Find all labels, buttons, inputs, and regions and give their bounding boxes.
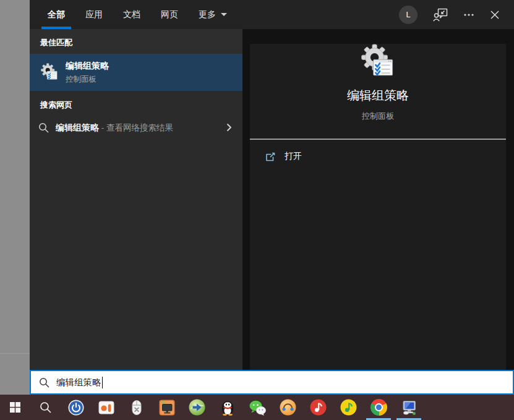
taskbar bbox=[0, 395, 514, 420]
search-icon bbox=[38, 122, 49, 133]
result-title: 编辑组策略 bbox=[66, 61, 109, 72]
taskbar-power-manager[interactable] bbox=[61, 395, 91, 420]
preview-subtitle: 控制面板 bbox=[250, 111, 506, 122]
text-caret bbox=[102, 377, 103, 388]
feedback-icon[interactable] bbox=[433, 8, 448, 22]
tab-apps-label: 应用 bbox=[85, 9, 103, 20]
group-policy-icon bbox=[40, 63, 59, 82]
chrome-icon bbox=[371, 399, 387, 416]
taskbar-qq[interactable] bbox=[212, 395, 242, 420]
netease-music-icon bbox=[310, 399, 327, 416]
tab-documents[interactable]: 文档 bbox=[117, 0, 147, 29]
topbar-controls: L bbox=[399, 0, 514, 29]
tab-more-label: 更多 bbox=[199, 9, 216, 20]
mouse-utility-icon bbox=[129, 400, 145, 416]
open-action[interactable]: 打开 bbox=[250, 140, 506, 162]
search-icon bbox=[39, 377, 49, 388]
taskbar-music-player[interactable] bbox=[273, 395, 303, 420]
taskbar-chrome[interactable] bbox=[364, 395, 394, 420]
taskbar-qq-music[interactable] bbox=[333, 395, 364, 420]
web-result-query: 编辑组策略 bbox=[56, 122, 99, 132]
chevron-right-icon bbox=[224, 122, 234, 132]
search-flyout: 全部 应用 文档 网页 更多 L bbox=[30, 0, 514, 370]
tab-all[interactable]: 全部 bbox=[41, 0, 71, 29]
qq-icon bbox=[220, 400, 236, 416]
web-search-result[interactable]: 编辑组策略 - 查看网络搜索结果 bbox=[30, 116, 242, 139]
best-match-header: 最佳匹配 bbox=[30, 29, 242, 54]
tab-list: 全部 应用 文档 网页 更多 bbox=[30, 0, 241, 29]
desktop-window-edge bbox=[0, 353, 30, 354]
web-result-suffix: - 查看网络搜索结果 bbox=[99, 123, 173, 132]
tab-documents-label: 文档 bbox=[123, 9, 140, 20]
best-match-result[interactable]: 编辑组策略 控制面板 bbox=[30, 54, 242, 91]
chevron-down-icon bbox=[221, 13, 227, 16]
remote-control-icon bbox=[159, 400, 175, 416]
flyout-content: 最佳匹配 编辑组策略 控制面板 搜索网页 编辑组策略 - 查看 bbox=[30, 29, 514, 370]
music-player-icon bbox=[280, 399, 296, 416]
taskbar-mouse-utility[interactable] bbox=[121, 395, 152, 420]
tab-all-label: 全部 bbox=[48, 9, 65, 20]
preview-title: 编辑组策略 bbox=[250, 87, 506, 104]
screen-capture-icon bbox=[98, 400, 114, 416]
result-subtitle: 控制面板 bbox=[66, 74, 109, 85]
remote-desktop-icon bbox=[401, 400, 418, 416]
preview-card: 编辑组策略 控制面板 打开 bbox=[250, 44, 506, 374]
taskbar-netease-music[interactable] bbox=[303, 395, 333, 420]
taskbar-remote-desktop[interactable] bbox=[394, 395, 424, 420]
taskbar-download-manager[interactable] bbox=[182, 395, 212, 420]
download-manager-icon bbox=[189, 399, 205, 416]
ellipsis-icon[interactable] bbox=[463, 9, 474, 20]
result-text: 编辑组策略 控制面板 bbox=[66, 61, 109, 85]
group-policy-icon-large bbox=[360, 44, 396, 80]
taskbar-search-icon bbox=[40, 401, 52, 414]
taskbar-remote-control[interactable] bbox=[152, 395, 182, 420]
tab-more[interactable]: 更多 bbox=[192, 0, 233, 29]
start-button[interactable] bbox=[0, 395, 30, 420]
desktop-background bbox=[0, 0, 30, 395]
web-search-header: 搜索网页 bbox=[30, 91, 242, 114]
avatar[interactable]: L bbox=[399, 6, 418, 24]
search-box[interactable]: 编辑组策略 bbox=[30, 370, 514, 395]
open-action-label: 打开 bbox=[285, 151, 302, 162]
open-external-icon bbox=[265, 152, 276, 162]
taskbar-search-button[interactable] bbox=[30, 395, 61, 420]
power-manager-icon bbox=[68, 400, 84, 416]
close-icon[interactable] bbox=[490, 10, 500, 20]
qq-music-icon bbox=[340, 399, 357, 416]
results-panel: 最佳匹配 编辑组策略 控制面板 搜索网页 编辑组策略 - 查看 bbox=[30, 29, 242, 370]
taskbar-screen-capture[interactable] bbox=[91, 395, 121, 420]
tab-web-label: 网页 bbox=[161, 9, 178, 20]
preview-panel: 编辑组策略 控制面板 打开 bbox=[242, 29, 514, 370]
search-tabs-bar: 全部 应用 文档 网页 更多 L bbox=[30, 0, 514, 29]
wechat-icon bbox=[249, 400, 266, 416]
tab-web[interactable]: 网页 bbox=[155, 0, 184, 29]
windows-start-icon bbox=[10, 402, 20, 413]
taskbar-wechat[interactable] bbox=[242, 395, 273, 420]
web-result-text: 编辑组策略 - 查看网络搜索结果 bbox=[56, 122, 173, 134]
tab-apps[interactable]: 应用 bbox=[79, 0, 109, 29]
search-input-value: 编辑组策略 bbox=[56, 377, 101, 388]
